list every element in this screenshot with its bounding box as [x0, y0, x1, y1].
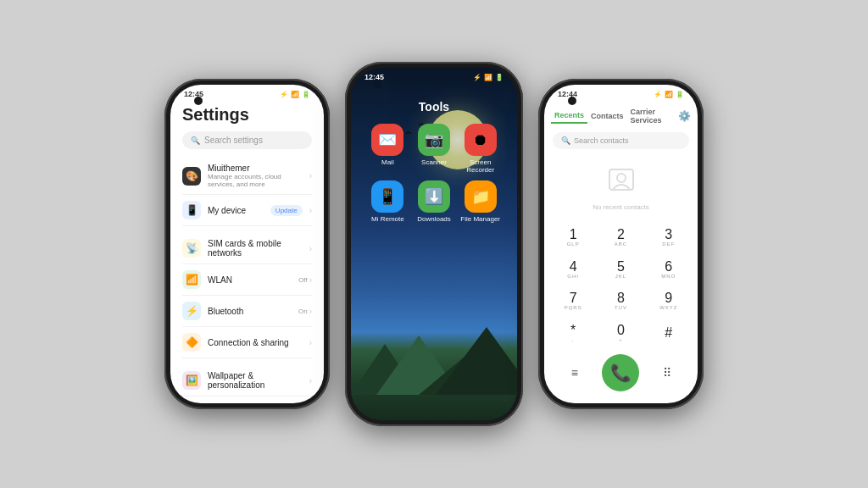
wlan-icon: 📶	[182, 270, 201, 289]
downloads-icon: ⬇️	[418, 180, 450, 213]
front-camera	[194, 97, 203, 105]
search-contacts-placeholder: Search contacts	[574, 136, 629, 145]
profile-avatar: 🎨	[182, 167, 201, 186]
bt-dialer-icon: ⚡	[654, 91, 662, 98]
settings-screen: 12:45 ⚡ 📶 🔋 Settings 🔍 Search settings 🎨…	[170, 85, 324, 403]
phone-dialer: 12:44 ⚡ 📶 🔋 Recents Contacts Carrier Ser…	[538, 79, 704, 409]
mydevice-label: My device	[208, 206, 264, 215]
filemanager-icon: 📁	[465, 180, 497, 213]
divider	[182, 358, 312, 365]
wlan-text: WLAN	[208, 275, 292, 285]
contacts-search[interactable]: 🔍 Search contacts	[553, 132, 689, 149]
profile-text: Miuithemer Manage accounts, cloud servic…	[208, 164, 303, 188]
dial-key-6[interactable]: 6 MNO	[645, 253, 693, 286]
dialpad: 1 GLP 2 ABC 3 DEF 4 GHI 5 JKL	[544, 221, 698, 349]
settings-search-bar[interactable]: 🔍 Search settings	[182, 131, 312, 149]
wifi-status-icon: 📶	[291, 91, 299, 98]
app-downloads[interactable]: ⬇️ Downloads	[415, 180, 454, 223]
app-filemanager[interactable]: 📁 File Manager	[460, 180, 500, 223]
status-bar-settings: 12:45 ⚡ 📶 🔋	[170, 85, 324, 100]
chevron-icon: ›	[309, 171, 312, 180]
app-miremote[interactable]: 📱 Mi Remote	[368, 180, 408, 223]
dialer-screen: 12:44 ⚡ 📶 🔋 Recents Contacts Carrier Ser…	[544, 85, 698, 403]
dial-key-9[interactable]: 9 WXYZ	[645, 286, 693, 318]
connection-text: Connection & sharing	[208, 338, 303, 347]
mail-icon: ✉️	[371, 124, 403, 156]
dial-menu-icon[interactable]: ≡	[562, 360, 587, 385]
settings-item-connection[interactable]: 🔶 Connection & sharing ›	[182, 327, 312, 358]
chevron-icon: ›	[309, 307, 312, 316]
call-button[interactable]: 📞	[602, 354, 639, 391]
wallpaper-text: Wallpaper & personalization	[208, 371, 303, 390]
bt-icon: ⚡	[473, 74, 481, 81]
wlan-label: WLAN	[208, 275, 292, 285]
no-recent-text: No recent contacts	[593, 203, 649, 211]
settings-item-mydevice[interactable]: 📱 My device Update ›	[182, 195, 312, 226]
app-mail[interactable]: ✉️ Mail	[368, 124, 408, 174]
settings-title: Settings	[182, 105, 312, 125]
miremote-icon: 📱	[371, 180, 403, 213]
tab-recents[interactable]: Recents	[551, 108, 587, 124]
tab-carrier-services[interactable]: Carrier Services	[627, 105, 678, 127]
wlan-status: Off ›	[298, 275, 312, 285]
dial-key-7[interactable]: 7 PQRS	[549, 286, 597, 318]
mail-label: Mail	[381, 158, 394, 166]
dial-key-1[interactable]: 1 GLP	[549, 221, 597, 253]
settings-item-profile[interactable]: 🎨 Miuithemer Manage accounts, cloud serv…	[182, 158, 312, 195]
search-icon: 🔍	[191, 136, 200, 145]
settings-item-sim[interactable]: 📡 SIM cards & mobile networks ›	[182, 233, 312, 264]
gear-icon[interactable]: ⚙️	[678, 110, 691, 122]
chevron-icon: ›	[309, 275, 312, 285]
bluetooth-status: On ›	[298, 307, 312, 316]
status-time-home: 12:45	[364, 73, 384, 81]
bluetooth-status-icon: ⚡	[280, 91, 288, 98]
dial-key-5[interactable]: 5 JKL	[597, 253, 644, 286]
dial-key-8[interactable]: 8 TUV	[597, 286, 644, 318]
settings-item-alwayson[interactable]: 🔐 Always-on display & Lock screen ›	[182, 396, 312, 400]
apps-grid: ✉️ Mail 📷 Scanner ⏺ Screen Recorder 📱 Mi…	[359, 124, 509, 223]
screenrecorder-icon: ⏺	[465, 124, 497, 156]
scanner-icon: 📷	[418, 124, 450, 156]
front-camera-dialer	[568, 97, 576, 105]
battery-icon-home: 🔋	[495, 74, 504, 81]
dial-key-0[interactable]: 0 +	[597, 317, 644, 349]
app-screenrecorder[interactable]: ⏺ Screen Recorder	[460, 124, 500, 174]
settings-item-bluetooth[interactable]: ⚡ Bluetooth On ›	[182, 296, 312, 327]
dial-keypad-icon[interactable]: ⠿	[654, 360, 680, 385]
sim-icon: 📡	[182, 239, 201, 258]
battery-dialer-icon: 🔋	[676, 91, 684, 98]
bluetooth-label: Bluetooth	[208, 307, 292, 316]
update-badge[interactable]: Update	[270, 205, 303, 216]
status-icons: ⚡ 📶 🔋	[280, 91, 310, 98]
dial-key-3[interactable]: 3 DEF	[645, 221, 693, 253]
dial-key-4[interactable]: 4 GHI	[549, 253, 597, 286]
wallpaper-label: Wallpaper & personalization	[208, 371, 303, 390]
dialer-content: Recents Contacts Carrier Services ⚙️ 🔍 S…	[544, 100, 698, 400]
status-icons-dialer: ⚡ 📶 🔋	[654, 91, 684, 98]
wifi-dialer-icon: 📶	[665, 91, 673, 98]
settings-item-wallpaper[interactable]: 🖼️ Wallpaper & personalization ›	[182, 365, 312, 396]
miremote-label: Mi Remote	[371, 215, 404, 223]
connection-icon: 🔶	[182, 333, 201, 352]
folder-label: Tools	[359, 100, 509, 114]
status-bar-dialer: 12:44 ⚡ 📶 🔋	[544, 85, 698, 100]
app-scanner[interactable]: 📷 Scanner	[415, 124, 454, 174]
bluetooth-icon: ⚡	[182, 302, 201, 320]
battery-icon: 🔋	[302, 91, 310, 98]
mydevice-text: My device	[208, 206, 264, 215]
svg-rect-4	[609, 169, 633, 190]
chevron-icon: ›	[309, 244, 312, 253]
dial-key-star[interactable]: * ,	[549, 317, 597, 349]
scanner-label: Scanner	[421, 158, 447, 166]
downloads-label: Downloads	[417, 215, 451, 223]
phone-home: 12:45 ⚡ 📶 🔋 Tools ✉️ Mail 📷 Scanner	[345, 62, 523, 426]
wifi-icon: 📶	[484, 74, 492, 81]
dial-key-2[interactable]: 2 ABC	[597, 221, 644, 253]
sim-text: SIM cards & mobile networks	[208, 239, 303, 258]
dial-key-hash[interactable]: #	[645, 317, 693, 349]
settings-content: Settings 🔍 Search settings 🎨 Miuithemer …	[170, 100, 324, 400]
no-recent-icon	[606, 164, 637, 200]
bluetooth-text: Bluetooth	[208, 307, 292, 316]
tab-contacts[interactable]: Contacts	[587, 109, 627, 123]
settings-item-wlan[interactable]: 📶 WLAN Off ›	[182, 264, 312, 296]
